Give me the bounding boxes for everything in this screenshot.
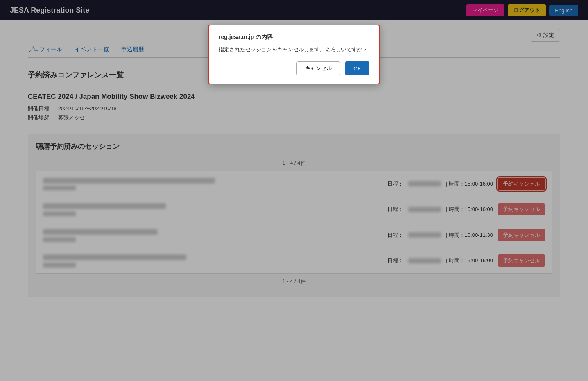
dialog-buttons: キャンセル OK (219, 61, 369, 75)
dialog-title: reg.jesa.or.jp の内容 (219, 34, 369, 41)
dialog-overlay: reg.jesa.or.jp の内容 指定されたセッションをキャンセルします。よ… (0, 0, 588, 306)
dialog-box: reg.jesa.or.jp の内容 指定されたセッションをキャンセルします。よ… (208, 25, 380, 84)
dialog-ok-button[interactable]: OK (345, 61, 369, 75)
dialog-cancel-button[interactable]: キャンセル (296, 61, 340, 75)
dialog-message: 指定されたセッションをキャンセルします。よろしいですか？ (219, 46, 369, 53)
